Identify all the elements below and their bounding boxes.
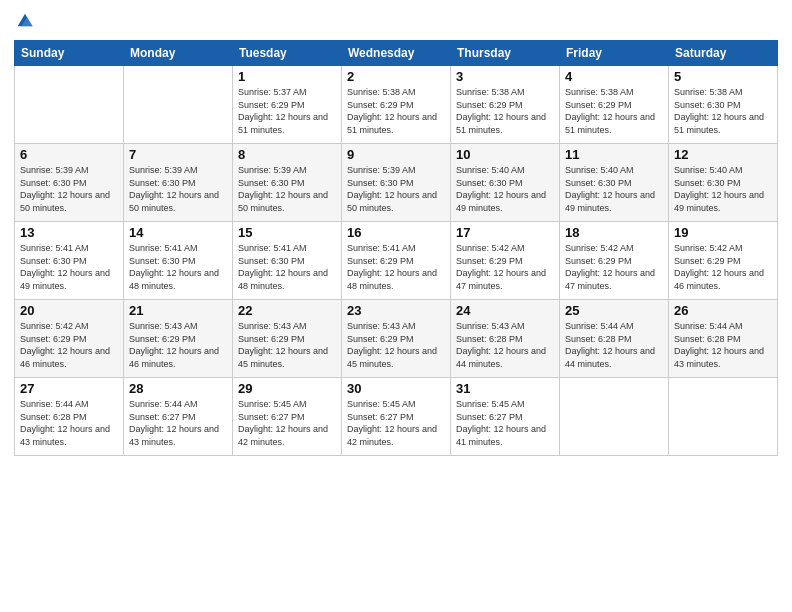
calendar-cell: 8Sunrise: 5:39 AM Sunset: 6:30 PM Daylig…: [233, 144, 342, 222]
weekday-header: Tuesday: [233, 41, 342, 66]
calendar-cell: [669, 378, 778, 456]
day-number: 23: [347, 303, 445, 318]
day-number: 22: [238, 303, 336, 318]
calendar-cell: 27Sunrise: 5:44 AM Sunset: 6:28 PM Dayli…: [15, 378, 124, 456]
day-info: Sunrise: 5:45 AM Sunset: 6:27 PM Dayligh…: [347, 398, 445, 448]
logo-icon: [14, 10, 36, 32]
day-info: Sunrise: 5:39 AM Sunset: 6:30 PM Dayligh…: [129, 164, 227, 214]
calendar-cell: 2Sunrise: 5:38 AM Sunset: 6:29 PM Daylig…: [342, 66, 451, 144]
calendar-cell: 16Sunrise: 5:41 AM Sunset: 6:29 PM Dayli…: [342, 222, 451, 300]
calendar-cell: 6Sunrise: 5:39 AM Sunset: 6:30 PM Daylig…: [15, 144, 124, 222]
day-info: Sunrise: 5:44 AM Sunset: 6:28 PM Dayligh…: [20, 398, 118, 448]
calendar-cell: 31Sunrise: 5:45 AM Sunset: 6:27 PM Dayli…: [451, 378, 560, 456]
weekday-header: Thursday: [451, 41, 560, 66]
day-info: Sunrise: 5:40 AM Sunset: 6:30 PM Dayligh…: [565, 164, 663, 214]
day-number: 8: [238, 147, 336, 162]
weekday-header: Sunday: [15, 41, 124, 66]
day-info: Sunrise: 5:42 AM Sunset: 6:29 PM Dayligh…: [20, 320, 118, 370]
calendar-cell: 7Sunrise: 5:39 AM Sunset: 6:30 PM Daylig…: [124, 144, 233, 222]
calendar-cell: 29Sunrise: 5:45 AM Sunset: 6:27 PM Dayli…: [233, 378, 342, 456]
day-info: Sunrise: 5:42 AM Sunset: 6:29 PM Dayligh…: [674, 242, 772, 292]
calendar-cell: [124, 66, 233, 144]
day-info: Sunrise: 5:43 AM Sunset: 6:29 PM Dayligh…: [238, 320, 336, 370]
calendar-cell: [560, 378, 669, 456]
weekday-header: Monday: [124, 41, 233, 66]
calendar-week-row: 1Sunrise: 5:37 AM Sunset: 6:29 PM Daylig…: [15, 66, 778, 144]
day-number: 20: [20, 303, 118, 318]
calendar-cell: 11Sunrise: 5:40 AM Sunset: 6:30 PM Dayli…: [560, 144, 669, 222]
calendar-cell: 22Sunrise: 5:43 AM Sunset: 6:29 PM Dayli…: [233, 300, 342, 378]
day-number: 27: [20, 381, 118, 396]
day-number: 13: [20, 225, 118, 240]
day-number: 16: [347, 225, 445, 240]
day-info: Sunrise: 5:38 AM Sunset: 6:30 PM Dayligh…: [674, 86, 772, 136]
day-info: Sunrise: 5:42 AM Sunset: 6:29 PM Dayligh…: [456, 242, 554, 292]
day-info: Sunrise: 5:45 AM Sunset: 6:27 PM Dayligh…: [456, 398, 554, 448]
calendar-cell: 26Sunrise: 5:44 AM Sunset: 6:28 PM Dayli…: [669, 300, 778, 378]
day-info: Sunrise: 5:43 AM Sunset: 6:28 PM Dayligh…: [456, 320, 554, 370]
day-number: 29: [238, 381, 336, 396]
weekday-header: Friday: [560, 41, 669, 66]
day-number: 7: [129, 147, 227, 162]
day-number: 3: [456, 69, 554, 84]
calendar-week-row: 20Sunrise: 5:42 AM Sunset: 6:29 PM Dayli…: [15, 300, 778, 378]
calendar-cell: 17Sunrise: 5:42 AM Sunset: 6:29 PM Dayli…: [451, 222, 560, 300]
day-number: 26: [674, 303, 772, 318]
day-info: Sunrise: 5:38 AM Sunset: 6:29 PM Dayligh…: [565, 86, 663, 136]
day-number: 2: [347, 69, 445, 84]
weekday-row: SundayMondayTuesdayWednesdayThursdayFrid…: [15, 41, 778, 66]
day-number: 25: [565, 303, 663, 318]
calendar: SundayMondayTuesdayWednesdayThursdayFrid…: [14, 40, 778, 456]
day-number: 14: [129, 225, 227, 240]
calendar-cell: 21Sunrise: 5:43 AM Sunset: 6:29 PM Dayli…: [124, 300, 233, 378]
day-number: 1: [238, 69, 336, 84]
day-info: Sunrise: 5:44 AM Sunset: 6:28 PM Dayligh…: [565, 320, 663, 370]
calendar-cell: 30Sunrise: 5:45 AM Sunset: 6:27 PM Dayli…: [342, 378, 451, 456]
calendar-cell: 28Sunrise: 5:44 AM Sunset: 6:27 PM Dayli…: [124, 378, 233, 456]
calendar-cell: 15Sunrise: 5:41 AM Sunset: 6:30 PM Dayli…: [233, 222, 342, 300]
day-number: 21: [129, 303, 227, 318]
day-number: 5: [674, 69, 772, 84]
page: SundayMondayTuesdayWednesdayThursdayFrid…: [0, 0, 792, 612]
day-number: 31: [456, 381, 554, 396]
weekday-header: Wednesday: [342, 41, 451, 66]
calendar-cell: 13Sunrise: 5:41 AM Sunset: 6:30 PM Dayli…: [15, 222, 124, 300]
day-info: Sunrise: 5:42 AM Sunset: 6:29 PM Dayligh…: [565, 242, 663, 292]
logo: [14, 10, 38, 32]
day-number: 19: [674, 225, 772, 240]
calendar-cell: 14Sunrise: 5:41 AM Sunset: 6:30 PM Dayli…: [124, 222, 233, 300]
calendar-cell: 4Sunrise: 5:38 AM Sunset: 6:29 PM Daylig…: [560, 66, 669, 144]
day-number: 30: [347, 381, 445, 396]
calendar-header: SundayMondayTuesdayWednesdayThursdayFrid…: [15, 41, 778, 66]
day-info: Sunrise: 5:43 AM Sunset: 6:29 PM Dayligh…: [347, 320, 445, 370]
day-number: 15: [238, 225, 336, 240]
calendar-cell: 3Sunrise: 5:38 AM Sunset: 6:29 PM Daylig…: [451, 66, 560, 144]
day-info: Sunrise: 5:40 AM Sunset: 6:30 PM Dayligh…: [674, 164, 772, 214]
calendar-week-row: 13Sunrise: 5:41 AM Sunset: 6:30 PM Dayli…: [15, 222, 778, 300]
day-number: 11: [565, 147, 663, 162]
day-info: Sunrise: 5:39 AM Sunset: 6:30 PM Dayligh…: [238, 164, 336, 214]
day-info: Sunrise: 5:38 AM Sunset: 6:29 PM Dayligh…: [347, 86, 445, 136]
calendar-week-row: 27Sunrise: 5:44 AM Sunset: 6:28 PM Dayli…: [15, 378, 778, 456]
day-info: Sunrise: 5:45 AM Sunset: 6:27 PM Dayligh…: [238, 398, 336, 448]
calendar-cell: 20Sunrise: 5:42 AM Sunset: 6:29 PM Dayli…: [15, 300, 124, 378]
day-info: Sunrise: 5:41 AM Sunset: 6:30 PM Dayligh…: [20, 242, 118, 292]
day-info: Sunrise: 5:43 AM Sunset: 6:29 PM Dayligh…: [129, 320, 227, 370]
calendar-cell: 1Sunrise: 5:37 AM Sunset: 6:29 PM Daylig…: [233, 66, 342, 144]
day-info: Sunrise: 5:37 AM Sunset: 6:29 PM Dayligh…: [238, 86, 336, 136]
day-number: 17: [456, 225, 554, 240]
calendar-cell: 19Sunrise: 5:42 AM Sunset: 6:29 PM Dayli…: [669, 222, 778, 300]
calendar-cell: 24Sunrise: 5:43 AM Sunset: 6:28 PM Dayli…: [451, 300, 560, 378]
day-info: Sunrise: 5:40 AM Sunset: 6:30 PM Dayligh…: [456, 164, 554, 214]
day-info: Sunrise: 5:39 AM Sunset: 6:30 PM Dayligh…: [20, 164, 118, 214]
day-number: 10: [456, 147, 554, 162]
weekday-header: Saturday: [669, 41, 778, 66]
calendar-cell: 25Sunrise: 5:44 AM Sunset: 6:28 PM Dayli…: [560, 300, 669, 378]
day-number: 28: [129, 381, 227, 396]
calendar-cell: 9Sunrise: 5:39 AM Sunset: 6:30 PM Daylig…: [342, 144, 451, 222]
calendar-cell: 5Sunrise: 5:38 AM Sunset: 6:30 PM Daylig…: [669, 66, 778, 144]
day-number: 12: [674, 147, 772, 162]
calendar-cell: 18Sunrise: 5:42 AM Sunset: 6:29 PM Dayli…: [560, 222, 669, 300]
day-info: Sunrise: 5:41 AM Sunset: 6:30 PM Dayligh…: [238, 242, 336, 292]
calendar-cell: 12Sunrise: 5:40 AM Sunset: 6:30 PM Dayli…: [669, 144, 778, 222]
